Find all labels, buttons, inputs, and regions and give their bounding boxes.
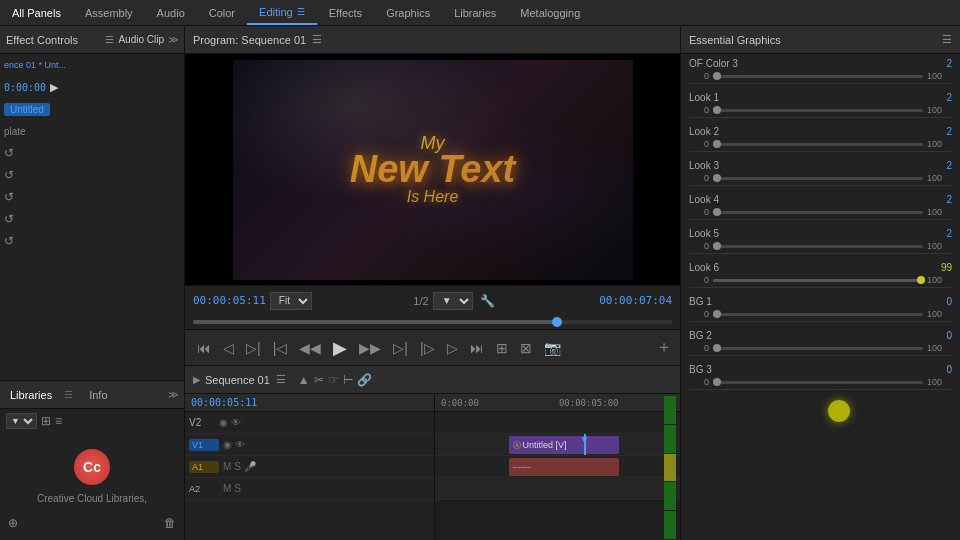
reset-icon-3[interactable]: ↺ (4, 190, 14, 204)
eg-slider-row-2: 0 100 (689, 139, 952, 149)
nav-graphics[interactable]: Graphics (374, 0, 442, 25)
resolution-select[interactable]: ▼ (433, 292, 473, 310)
libraries-tab[interactable]: Libraries (6, 389, 56, 401)
play-head-icon: ▶ (50, 81, 58, 94)
reset-icon-4[interactable]: ↺ (4, 212, 14, 226)
library-select[interactable]: ▼ (6, 413, 37, 429)
nav-all-panels[interactable]: All Panels (0, 0, 73, 25)
libraries-menu[interactable]: ☰ (64, 389, 73, 400)
track-a1-solo[interactable]: S (234, 461, 241, 472)
eg-slider-7[interactable] (713, 313, 923, 316)
resolution-display: 1/2 (413, 295, 428, 307)
eg-label-7: BG 1 0 (689, 296, 952, 307)
prev-frame-icon[interactable]: |◁ (269, 340, 292, 356)
playbar-track[interactable] (193, 320, 672, 324)
eg-slider-6[interactable] (713, 279, 923, 282)
eg-slider-0[interactable] (713, 75, 923, 78)
video-preview: My New Text Is Here (233, 60, 633, 280)
eg-row-look-3: Look 3 2 0 100 (681, 156, 960, 190)
current-timecode[interactable]: 00:00:05:11 (193, 294, 266, 307)
nav-libraries[interactable]: Libraries (442, 0, 508, 25)
nav-assembly[interactable]: Assembly (73, 0, 145, 25)
reset-icon-5[interactable]: ↺ (4, 234, 14, 248)
nav-editing[interactable]: Editing ☰ (247, 0, 317, 25)
in-point-icon[interactable]: ▷| (242, 340, 265, 356)
track-v2-eye[interactable]: 👁 (231, 417, 241, 428)
nav-metalogging[interactable]: Metalogging (508, 0, 592, 25)
eg-slider-4[interactable] (713, 211, 923, 214)
timeline-collapse-icon[interactable]: ▶ (193, 374, 201, 385)
vu-bar-1 (664, 396, 676, 424)
out-point-icon[interactable]: |▷ (416, 340, 439, 356)
tl-current-tc[interactable]: 00:00:05:11 (191, 397, 257, 408)
track-a1-mic[interactable]: 🎤 (244, 461, 256, 472)
left-timecode: 0:00:00 (4, 82, 46, 93)
rotate-row-3: ↺ (0, 186, 184, 208)
essential-graphics-panel: Essential Graphics ☰ OF Color 3 2 0 100 … (680, 26, 960, 540)
eg-slider-2[interactable] (713, 143, 923, 146)
insert-icon[interactable]: ⊞ (492, 340, 512, 356)
track-a2-solo[interactable]: S (234, 483, 241, 494)
next-frame-icon[interactable]: ▷| (389, 340, 412, 356)
track-v1-row: V1 ◉ 👁 (185, 434, 434, 456)
eg-label-8: BG 2 0 (689, 330, 952, 341)
program-monitor-menu[interactable]: ☰ (312, 33, 322, 46)
clip-label: Untitled (4, 103, 50, 116)
track-a1-mute[interactable]: M (223, 461, 231, 472)
step-fwd2-icon[interactable]: ⏭ (466, 340, 488, 356)
track-a2-mute[interactable]: M (223, 483, 231, 494)
reset-icon-2[interactable]: ↺ (4, 168, 14, 182)
eg-slider-1[interactable] (713, 109, 923, 112)
hand-tool[interactable]: ☞ (328, 373, 339, 387)
vu-bar-3 (664, 454, 676, 482)
selection-tool[interactable]: ▲ (298, 373, 310, 387)
eg-slider-5[interactable] (713, 245, 923, 248)
step-back2-icon[interactable]: ◀◀ (295, 340, 325, 356)
track-v2-toggle[interactable]: ◉ (219, 417, 228, 428)
track-v1-eye[interactable]: 👁 (235, 439, 245, 450)
eg-divider-1 (689, 117, 952, 118)
trim-fwd-icon[interactable]: ▷ (443, 340, 462, 356)
step-back-icon[interactable]: ⏮ (193, 340, 215, 356)
nav-effects[interactable]: Effects (317, 0, 374, 25)
panel-expand-icon[interactable]: ≫ (168, 34, 178, 45)
essential-graphics-content: OF Color 3 2 0 100 Look 1 2 0 100 (681, 54, 960, 540)
add-button[interactable]: ＋ (656, 337, 672, 358)
overwrite-icon[interactable]: ⊠ (516, 340, 536, 356)
eg-divider-3 (689, 185, 952, 186)
list-view-icon[interactable]: ≡ (55, 414, 62, 428)
reset-icon-1[interactable]: ↺ (4, 146, 14, 160)
pm-playbar[interactable] (185, 315, 680, 329)
info-tab[interactable]: Info (85, 389, 111, 401)
razor-tool[interactable]: ✂ (314, 373, 324, 387)
snap-tool[interactable]: ⊢ (343, 373, 353, 387)
wrench-icon[interactable]: 🔧 (477, 294, 498, 308)
timeline-menu-icon[interactable]: ☰ (276, 373, 286, 386)
play-button[interactable]: ▶ (329, 337, 351, 359)
grid-view-icon[interactable]: ⊞ (41, 414, 51, 428)
a1-clip[interactable]: ~~~~ (509, 458, 619, 476)
v1-clip[interactable]: Ⓐ Untitled [V] (509, 436, 619, 454)
export-icon[interactable]: 📷 (540, 340, 565, 356)
eg-slider-3[interactable] (713, 177, 923, 180)
fit-select[interactable]: Fit (270, 292, 312, 310)
nav-audio[interactable]: Audio (145, 0, 197, 25)
add-library-icon[interactable]: ⊕ (8, 516, 18, 530)
stars-overlay (233, 60, 633, 280)
link-tool[interactable]: 🔗 (357, 373, 372, 387)
eg-slider-9[interactable] (713, 381, 923, 384)
track-v1-toggle[interactable]: ◉ (223, 439, 232, 450)
delete-library-icon[interactable]: 🗑 (164, 516, 176, 530)
nav-color[interactable]: Color (197, 0, 247, 25)
eg-slider-head-7 (713, 310, 721, 318)
libraries-expand[interactable]: ≫ (168, 389, 178, 400)
effect-controls-menu[interactable]: ☰ (105, 34, 114, 45)
step-fwd-icon[interactable]: ▶▶ (355, 340, 385, 356)
trim-back-icon[interactable]: ◁ (219, 340, 238, 356)
playbar-fill (193, 320, 557, 324)
essential-graphics-menu[interactable]: ☰ (942, 33, 952, 46)
eg-slider-8[interactable] (713, 347, 923, 350)
eg-slider-head-4 (713, 208, 721, 216)
program-monitor: Program: Sequence 01 ☰ My New Text Is He… (185, 26, 680, 365)
video-area: My New Text Is Here (185, 54, 680, 285)
